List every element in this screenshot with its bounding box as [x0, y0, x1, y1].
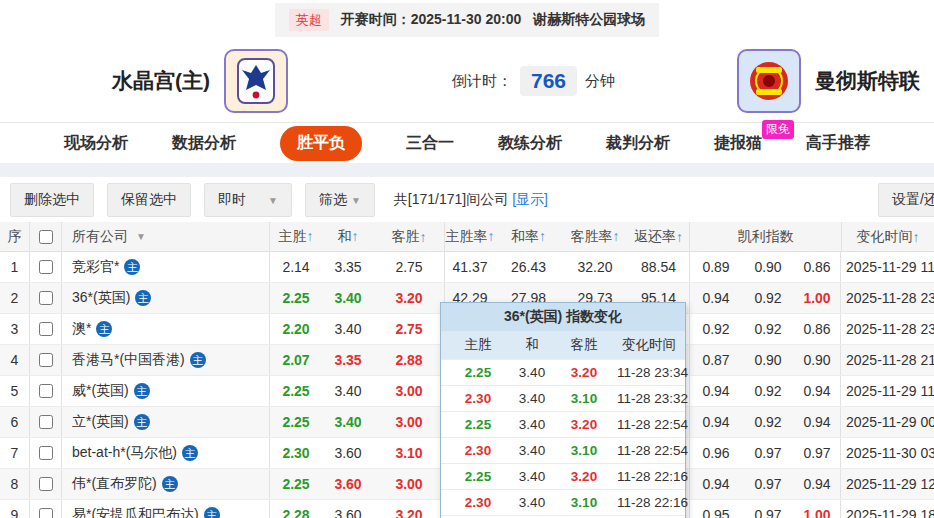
- sort-up-icon: ↑: [307, 228, 314, 244]
- top-info-bar: 英超 开赛时间：2025-11-30 20:00 谢赫斯特公园球场: [0, 0, 934, 40]
- row-checkbox-cell: [30, 283, 62, 313]
- main-odds-icon: 主: [162, 476, 178, 492]
- col-header-change-time[interactable]: 变化时间↑: [841, 222, 934, 251]
- tab-5[interactable]: 教练分析: [498, 133, 562, 154]
- kelly-index-1: 0.95: [690, 507, 742, 518]
- row-checkbox[interactable]: [39, 260, 53, 274]
- home-win-odds[interactable]: 2.14: [270, 259, 322, 275]
- draw-odds[interactable]: 3.40: [322, 290, 374, 306]
- company-name-cell[interactable]: 36*(英国)主: [62, 283, 270, 313]
- draw-odds[interactable]: 3.60: [322, 507, 374, 518]
- col-header-return-rate[interactable]: 返还率↑: [628, 222, 690, 251]
- row-checkbox-cell: [30, 252, 62, 282]
- show-link[interactable]: [显示]: [512, 191, 548, 207]
- draw-odds[interactable]: 3.60: [322, 476, 374, 492]
- away-win-odds[interactable]: 3.20: [374, 500, 445, 518]
- tab-2[interactable]: 数据分析: [172, 133, 236, 154]
- away-win-odds[interactable]: 3.00: [374, 469, 445, 499]
- popup-away-win-odds: 3.20: [555, 365, 613, 380]
- home-win-odds[interactable]: 2.25: [270, 383, 322, 399]
- col-header-draw[interactable]: 和↑: [322, 228, 374, 246]
- company-name-cell[interactable]: 澳*主: [62, 314, 270, 344]
- sort-up-icon: ↑: [352, 228, 359, 244]
- sort-up-icon: ↑: [420, 229, 427, 245]
- col-header-home-win-rate[interactable]: 主胜率↑: [445, 228, 495, 246]
- row-checkbox[interactable]: [39, 415, 53, 429]
- tab-6[interactable]: 裁判分析: [606, 133, 670, 154]
- realtime-dropdown[interactable]: 即时 ▼: [204, 183, 292, 217]
- kelly-index-2: 0.92: [742, 321, 794, 337]
- draw-odds[interactable]: 3.35: [322, 259, 374, 275]
- home-win-odds[interactable]: 2.28: [270, 507, 322, 518]
- draw-odds[interactable]: 3.40: [322, 383, 374, 399]
- row-checkbox[interactable]: [39, 291, 53, 305]
- match-header: 水晶宫(主) 倒计时： 766 分钟: [0, 40, 934, 122]
- select-all-checkbox[interactable]: [39, 230, 53, 244]
- popup-col-away-win: 客胜: [555, 336, 613, 354]
- company-name-cell[interactable]: 竞彩官*主: [62, 252, 270, 282]
- venue-name: 谢赫斯特公园球场: [533, 11, 645, 29]
- sort-up-icon: ↑: [913, 229, 920, 245]
- filter-dropdown[interactable]: 筛选 ▼: [305, 183, 375, 217]
- away-win-odds[interactable]: 3.00: [374, 376, 445, 406]
- tab-8[interactable]: 高手推荐: [806, 133, 870, 154]
- company-name-cell[interactable]: 香港马*(中国香港)主: [62, 345, 270, 375]
- away-win-odds[interactable]: 3.20: [374, 283, 445, 313]
- tab-4[interactable]: 三合一: [406, 133, 454, 154]
- home-win-rate: 41.37: [445, 259, 495, 275]
- tab-7[interactable]: 捷报猫限免: [714, 133, 762, 154]
- col-header-company[interactable]: 所有公司▼: [62, 222, 270, 251]
- tab-3[interactable]: 胜平负: [280, 126, 362, 161]
- away-team-name: 曼彻斯特联: [815, 67, 920, 95]
- row-index: 7: [0, 438, 30, 468]
- table-header-row: 序 所有公司▼ 主胜↑ 和↑ 客胜↑ 主胜率↑ 和率↑ 客胜率↑ 返还率↑ 凯利…: [0, 222, 934, 252]
- row-checkbox[interactable]: [39, 446, 53, 460]
- away-win-odds[interactable]: 2.75: [374, 252, 445, 282]
- row-checkbox[interactable]: [39, 384, 53, 398]
- row-checkbox[interactable]: [39, 322, 53, 336]
- away-win-odds[interactable]: 2.88: [374, 345, 445, 375]
- draw-odds[interactable]: 3.40: [322, 321, 374, 337]
- popup-change-time: 11-28 22:16: [613, 495, 688, 510]
- row-checkbox[interactable]: [39, 477, 53, 491]
- chevron-down-icon: ▼: [136, 231, 146, 242]
- tab-1[interactable]: 现场分析: [64, 133, 128, 154]
- keep-selected-button[interactable]: 保留选中: [107, 183, 191, 217]
- col-header-draw-rate[interactable]: 和率↑: [495, 228, 562, 246]
- company-name-cell[interactable]: 威*(英国)主: [62, 376, 270, 406]
- home-win-odds[interactable]: 2.07: [270, 352, 322, 368]
- popup-home-win-odds: 2.25: [447, 365, 509, 380]
- row-checkbox[interactable]: [39, 508, 53, 518]
- home-win-odds[interactable]: 2.25: [270, 476, 322, 492]
- home-win-odds[interactable]: 2.30: [270, 445, 322, 461]
- popup-change-time: 11-28 22:16: [613, 469, 688, 484]
- home-win-odds[interactable]: 2.25: [270, 414, 322, 430]
- kelly-index-3: 0.94: [794, 469, 841, 499]
- kickoff-value: 2025-11-30 20:00: [411, 11, 522, 27]
- home-win-odds[interactable]: 2.25: [270, 290, 322, 306]
- select-all-checkbox-cell: [30, 222, 62, 251]
- draw-odds[interactable]: 3.35: [322, 352, 374, 368]
- company-name-cell[interactable]: 易*(安提瓜和巴布达)主: [62, 500, 270, 518]
- col-header-home-win[interactable]: 主胜↑: [270, 228, 322, 246]
- main-odds-icon: 主: [182, 445, 198, 461]
- company-name-cell[interactable]: 伟*(直布罗陀)主: [62, 469, 270, 499]
- change-time: 2025-11-29 18:55: [841, 507, 934, 518]
- table-toolbar: 删除选中 保留选中 即时 ▼ 筛选 ▼ 共[171/171]间公司[显示] 设置…: [0, 177, 934, 223]
- company-name-cell[interactable]: 立*(英国)主: [62, 407, 270, 437]
- away-win-odds[interactable]: 3.10: [374, 438, 445, 468]
- draw-odds[interactable]: 3.60: [322, 445, 374, 461]
- home-win-odds[interactable]: 2.20: [270, 321, 322, 337]
- draw-odds[interactable]: 3.40: [322, 414, 374, 430]
- chevron-down-icon: ▼: [268, 195, 278, 206]
- delete-selected-button[interactable]: 删除选中: [10, 183, 94, 217]
- kelly-index-3: 0.97: [794, 438, 841, 468]
- away-win-odds[interactable]: 2.75: [374, 314, 445, 344]
- row-checkbox[interactable]: [39, 353, 53, 367]
- row-index: 5: [0, 376, 30, 406]
- col-header-away-win-rate[interactable]: 客胜率↑: [562, 228, 628, 246]
- settings-restore-button[interactable]: 设置/还原: [878, 183, 934, 217]
- company-name-cell[interactable]: bet-at-h*(马尔他)主: [62, 438, 270, 468]
- away-win-odds[interactable]: 3.00: [374, 407, 445, 437]
- col-header-away-win[interactable]: 客胜↑: [374, 222, 445, 251]
